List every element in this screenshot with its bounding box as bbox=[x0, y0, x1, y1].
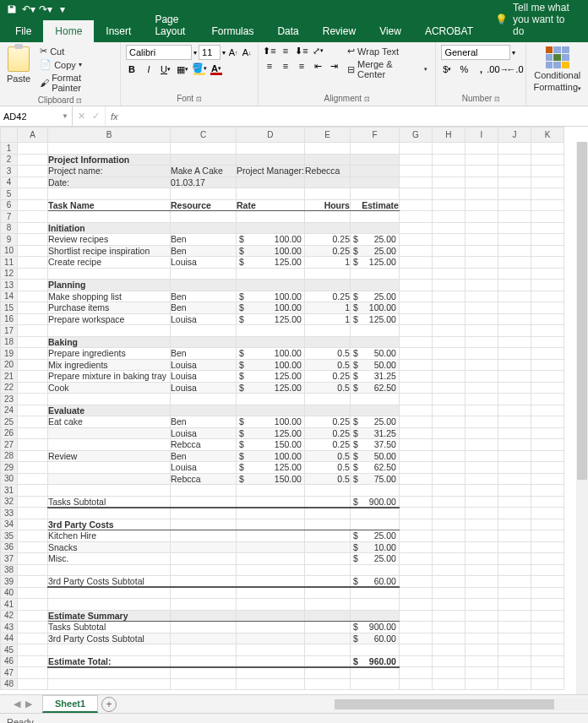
table-row[interactable]: 23 bbox=[1, 394, 564, 405]
table-row[interactable]: 18Baking bbox=[1, 336, 564, 348]
table-row[interactable]: 5 bbox=[1, 188, 564, 200]
underline-button[interactable]: U▾ bbox=[160, 63, 172, 75]
table-row[interactable]: 30Rebcca$150.000.5$75.00 bbox=[1, 473, 564, 485]
format-painter-button[interactable]: 🖌Format Painter bbox=[37, 72, 115, 94]
table-row[interactable]: 6Task NameResourceRateHoursEstimate bbox=[1, 199, 564, 211]
qat-customize-icon[interactable]: ▾ bbox=[54, 1, 71, 18]
table-row[interactable]: 48 bbox=[1, 678, 564, 690]
tab-data[interactable]: Data bbox=[265, 20, 310, 42]
sheet-nav-prev-icon[interactable]: ◀ bbox=[14, 699, 20, 709]
tab-file[interactable]: File bbox=[3, 20, 43, 42]
table-row[interactable]: 40 bbox=[1, 587, 564, 599]
save-icon[interactable] bbox=[3, 1, 20, 18]
table-row[interactable]: 42Estimate Summary bbox=[1, 610, 564, 622]
cut-button[interactable]: ✂Cut bbox=[37, 45, 115, 57]
tab-acrobat[interactable]: ACROBAT bbox=[413, 20, 485, 42]
table-row[interactable]: 12 bbox=[1, 268, 564, 280]
table-row[interactable]: 43Tasks Subtotal$900.00 bbox=[1, 622, 564, 633]
grow-font-icon[interactable]: A↑ bbox=[227, 46, 239, 58]
table-row[interactable]: 21Prepare mixture in baking trayLouisa$1… bbox=[1, 371, 564, 383]
table-row[interactable]: 22CookLouisa$125.000.5$62.50 bbox=[1, 382, 564, 394]
spreadsheet[interactable]: ABCDEFGHIJK 12Project Information3Projec… bbox=[0, 127, 588, 694]
table-row[interactable]: 1 bbox=[1, 143, 564, 155]
table-row[interactable]: 47 bbox=[1, 667, 564, 679]
fill-color-button[interactable]: 🪣▾ bbox=[193, 63, 205, 75]
table-row[interactable]: 11Create recipeLouisa$125.001$125.00 bbox=[1, 257, 564, 269]
vertical-scrollbar[interactable] bbox=[576, 142, 588, 694]
tell-me-search[interactable]: 💡 Tell me what you want to do bbox=[485, 0, 588, 42]
formula-input[interactable] bbox=[123, 106, 588, 126]
table-row[interactable]: 3Project name:Make A CakeProject Manager… bbox=[1, 166, 564, 177]
enter-formula-icon[interactable]: ✓ bbox=[92, 111, 100, 122]
tab-formulas[interactable]: Formulas bbox=[199, 20, 265, 42]
tab-home[interactable]: Home bbox=[43, 20, 94, 42]
name-box-input[interactable] bbox=[3, 111, 44, 122]
redo-icon[interactable]: ↷▾ bbox=[37, 1, 54, 18]
column-headers[interactable]: ABCDEFGHIJK bbox=[1, 128, 564, 143]
undo-icon[interactable]: ↶▾ bbox=[20, 1, 37, 18]
font-color-button[interactable]: A▾ bbox=[210, 63, 222, 75]
table-row[interactable]: 10Shortlist recipe inspirationBen$100.00… bbox=[1, 245, 564, 257]
border-button[interactable]: ▦▾ bbox=[177, 63, 188, 75]
table-row[interactable]: 15Purchase itemsBen$100.001$100.00 bbox=[1, 302, 564, 314]
copy-button[interactable]: 📄Copy▾ bbox=[37, 58, 115, 71]
table-row[interactable]: 28ReviewBen$100.000.5$50.00 bbox=[1, 450, 564, 462]
percent-format-icon[interactable]: % bbox=[458, 63, 470, 75]
table-row[interactable]: 41 bbox=[1, 599, 564, 611]
table-row[interactable]: 24Evaluate bbox=[1, 405, 564, 416]
fx-label[interactable]: fx bbox=[106, 106, 123, 126]
conditional-formatting-button[interactable]: Conditional Formatting▾ bbox=[531, 45, 583, 94]
table-row[interactable]: 16Prepare workspaceLouisa$125.001$125.00 bbox=[1, 313, 564, 325]
bold-button[interactable]: B bbox=[126, 63, 138, 75]
increase-indent-icon[interactable]: ⇥ bbox=[328, 60, 340, 72]
table-row[interactable]: 25Eat cakeBen$100.000.25$25.00 bbox=[1, 416, 564, 428]
tab-insert[interactable]: Insert bbox=[94, 20, 143, 42]
table-row[interactable]: 37Misc.$25.00 bbox=[1, 553, 564, 565]
table-row[interactable]: 33 bbox=[1, 508, 564, 519]
table-row[interactable]: 2Project Information bbox=[1, 154, 564, 166]
table-row[interactable]: 9Review recipesBen$100.000.25$25.00 bbox=[1, 234, 564, 246]
table-row[interactable]: 4Date:01.03.17 bbox=[1, 177, 564, 188]
table-row[interactable]: 45 bbox=[1, 644, 564, 656]
paste-button[interactable]: Paste bbox=[5, 45, 32, 85]
number-format-combo[interactable] bbox=[441, 45, 510, 60]
table-row[interactable]: 393rd Party Costs Subtotal$60.00 bbox=[1, 576, 564, 588]
table-row[interactable]: 8Initiation bbox=[1, 222, 564, 234]
table-row[interactable]: 38 bbox=[1, 564, 564, 576]
accounting-format-icon[interactable]: $▾ bbox=[441, 63, 453, 75]
align-left-icon[interactable]: ≡ bbox=[264, 60, 275, 72]
table-row[interactable]: 443rd Party Costs Subtotal$60.00 bbox=[1, 633, 564, 644]
table-row[interactable]: 29Louisa$125.000.5$62.50 bbox=[1, 462, 564, 474]
table-row[interactable]: 7 bbox=[1, 211, 564, 223]
table-row[interactable]: 343rd Party Costs bbox=[1, 519, 564, 530]
table-row[interactable]: 20Mix ingredientsLouisa$100.000.5$50.00 bbox=[1, 359, 564, 371]
merge-center-button[interactable]: ⊟Merge & Center▾ bbox=[345, 58, 430, 80]
tab-review[interactable]: Review bbox=[311, 20, 368, 42]
align-top-icon[interactable]: ⬆≡ bbox=[264, 45, 275, 57]
italic-button[interactable]: I bbox=[143, 63, 155, 75]
horizontal-scrollbar[interactable] bbox=[335, 699, 588, 710]
table-row[interactable]: 32Tasks Subtotal$900.00 bbox=[1, 496, 564, 508]
table-row[interactable]: 13Planning bbox=[1, 280, 564, 291]
table-row[interactable]: 19Prepare ingredientsBen$100.000.5$50.00 bbox=[1, 348, 564, 360]
align-middle-icon[interactable]: ≡ bbox=[280, 45, 291, 57]
shrink-font-icon[interactable]: A↓ bbox=[241, 46, 253, 58]
cancel-formula-icon[interactable]: ✕ bbox=[78, 111, 85, 122]
font-name-combo[interactable] bbox=[126, 45, 192, 60]
align-right-icon[interactable]: ≡ bbox=[296, 60, 308, 72]
align-center-icon[interactable]: ≡ bbox=[280, 60, 291, 72]
table-row[interactable]: 27Rebcca$150.000.25$37.50 bbox=[1, 439, 564, 451]
table-row[interactable]: 46Estimate Total:$960.00 bbox=[1, 655, 564, 667]
table-row[interactable]: 26Louisa$125.000.25$31.25 bbox=[1, 427, 564, 439]
tab-view[interactable]: View bbox=[368, 20, 413, 42]
sheet-tab-sheet1[interactable]: Sheet1 bbox=[42, 695, 98, 713]
orientation-icon[interactable]: ⤢▾ bbox=[312, 45, 324, 57]
decrease-decimal-icon[interactable]: ←.0 bbox=[509, 63, 520, 75]
increase-decimal-icon[interactable]: .00→ bbox=[492, 63, 504, 75]
table-row[interactable]: 31 bbox=[1, 485, 564, 497]
tab-page-layout[interactable]: Page Layout bbox=[143, 8, 199, 42]
wrap-text-button[interactable]: ↩Wrap Text bbox=[345, 45, 430, 57]
table-row[interactable]: 14Make shopping listBen$100.000.25$25.00 bbox=[1, 291, 564, 302]
align-bottom-icon[interactable]: ⬇≡ bbox=[296, 45, 308, 57]
decrease-indent-icon[interactable]: ⇤ bbox=[312, 60, 324, 72]
